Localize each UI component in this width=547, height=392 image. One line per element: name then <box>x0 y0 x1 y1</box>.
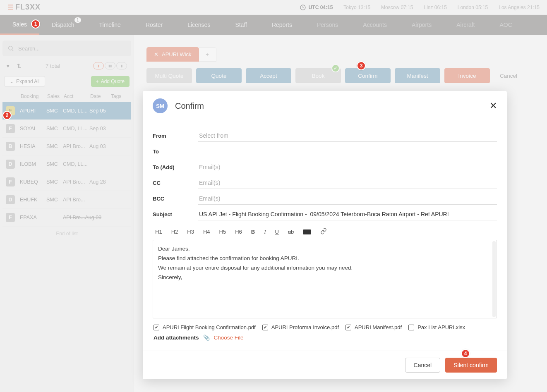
attachment-name: APURI Flight Booking Confirmation.pdf <box>163 324 256 330</box>
link-icon <box>320 228 327 234</box>
body-line-2: We remain at your entire disposal for an… <box>158 263 492 273</box>
modal-footer: Cancel Silent confirm <box>143 351 507 379</box>
attachments-row: APURI Flight Booking Confirmation.pdfAPU… <box>153 318 497 333</box>
attachment-checkbox[interactable] <box>262 325 268 330</box>
tb-h3[interactable]: H3 <box>187 229 194 235</box>
attachment-item: APURI Flight Booking Confirmation.pdf <box>154 324 256 330</box>
annotation-3: 3 <box>357 61 366 70</box>
label-subject: Subject <box>153 211 198 218</box>
tb-h1[interactable]: H1 <box>155 229 162 235</box>
tb-link[interactable] <box>320 228 327 236</box>
attachment-name: APURI Proforma Invoice.pdf <box>271 324 339 330</box>
editor-toolbar: H1 H2 H3 H4 H5 H6 B I U ab <box>153 222 497 240</box>
tb-italic[interactable]: I <box>264 229 266 235</box>
annotation-2: 2 <box>2 111 12 120</box>
label-cc: CC <box>153 180 198 186</box>
body-line-0: Dear James, <box>158 244 492 254</box>
editor-scrollbar[interactable] <box>492 241 496 317</box>
tb-bold[interactable]: B <box>251 229 255 235</box>
paperclip-icon: 📎 <box>203 335 210 341</box>
avatar: SM <box>153 98 168 113</box>
confirm-modal: SM Confirm ✕ From Select from To To (Add… <box>143 91 507 379</box>
attachment-item: Pax List APURI.xlsx <box>408 324 465 330</box>
silent-confirm-button[interactable]: Silent confirm <box>445 358 497 373</box>
from-placeholder: Select from <box>199 132 228 139</box>
bcc-input[interactable] <box>199 195 496 202</box>
attachment-item: APURI Proforma Invoice.pdf <box>262 324 339 330</box>
tb-h5[interactable]: H5 <box>219 229 226 235</box>
attachment-name: APURI Manifest.pdf <box>355 324 402 330</box>
cancel-button[interactable]: Cancel <box>405 358 441 373</box>
attachment-item: APURI Manifest.pdf <box>345 324 402 330</box>
modal-title: Confirm <box>175 101 204 111</box>
modal-header: SM Confirm ✕ <box>143 91 507 121</box>
attachment-checkbox[interactable] <box>154 325 159 330</box>
annotation-4: 4 <box>461 349 470 358</box>
editor-body[interactable]: Dear James, Please find attached the con… <box>153 240 497 318</box>
label-bcc: BCC <box>153 196 198 202</box>
choose-file-button[interactable]: Choose File <box>214 335 244 341</box>
attachment-checkbox[interactable] <box>408 325 414 330</box>
attachment-checkbox[interactable] <box>345 325 351 330</box>
cc-input[interactable] <box>199 179 496 186</box>
label-to-add: To (Add) <box>153 164 198 170</box>
tb-underline[interactable]: U <box>275 229 278 235</box>
label-from: From <box>153 133 198 139</box>
annotation-1: 1 <box>31 19 40 29</box>
tb-h2[interactable]: H2 <box>171 229 178 235</box>
modal-body: From Select from To To (Add) CC BCC Subj… <box>143 121 507 351</box>
add-attachments-label: Add attachments <box>154 335 199 341</box>
attachment-name: Pax List APURI.xlsx <box>417 324 465 330</box>
label-to: To <box>153 148 198 155</box>
modal-close-button[interactable]: ✕ <box>489 100 497 111</box>
subject-input[interactable] <box>199 211 496 218</box>
add-attachments-row: Add attachments 📎 Choose File <box>153 333 497 347</box>
to-add-input[interactable] <box>199 164 496 170</box>
body-line-3: Sincerely, <box>158 273 492 282</box>
body-line-1: Please find attached the confirmation fo… <box>158 254 492 263</box>
tb-strike[interactable]: ab <box>288 229 294 235</box>
tb-h6[interactable]: H6 <box>235 229 242 235</box>
tb-h4[interactable]: H4 <box>203 229 210 235</box>
tb-color[interactable] <box>303 229 311 234</box>
from-field[interactable]: Select from <box>198 130 497 142</box>
